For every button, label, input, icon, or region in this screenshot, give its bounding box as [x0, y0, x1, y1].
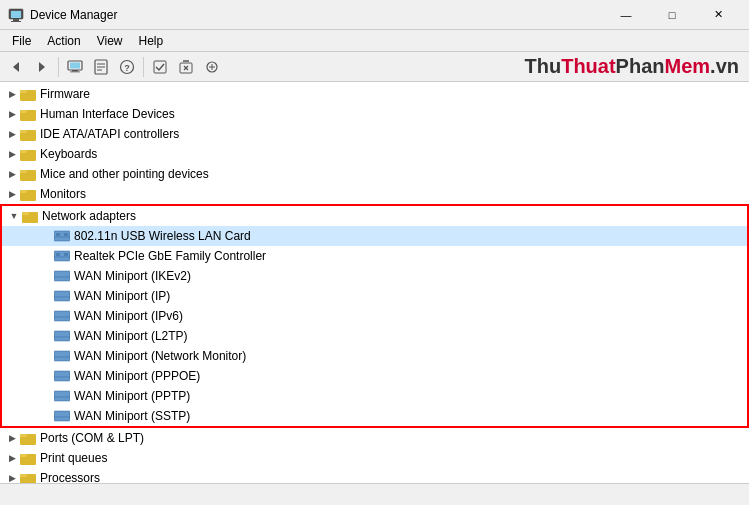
svg-rect-46 — [54, 271, 70, 281]
svg-rect-31 — [20, 150, 27, 153]
network-card-icon-realtek — [54, 248, 70, 264]
svg-rect-9 — [70, 71, 80, 72]
svg-rect-41 — [64, 233, 68, 236]
svg-rect-48 — [54, 291, 70, 301]
expand-mice[interactable]: ▶ — [4, 166, 20, 182]
window-title: Device Manager — [30, 8, 603, 22]
svg-rect-33 — [20, 170, 27, 173]
label-wan-ikev2: WAN Miniport (IKEv2) — [74, 269, 191, 283]
expand-ide[interactable]: ▶ — [4, 126, 20, 142]
expand-processors[interactable]: ▶ — [4, 470, 20, 483]
tree-item-print-queues[interactable]: ▶ Print queues — [0, 448, 749, 468]
expand-ports[interactable]: ▶ — [4, 430, 20, 446]
tree-item-hid[interactable]: ▶ Human Interface Devices — [0, 104, 749, 124]
folder-icon-processors — [20, 470, 36, 483]
menu-bar: File Action View Help — [0, 30, 749, 52]
tree-item-monitors[interactable]: ▶ Monitors — [0, 184, 749, 204]
update-driver-button[interactable] — [148, 55, 172, 79]
folder-icon-monitors — [20, 186, 36, 202]
title-bar: Device Manager — □ ✕ — [0, 0, 749, 30]
folder-icon-network-adapters — [22, 208, 38, 224]
svg-rect-16 — [154, 61, 166, 73]
expand-network-adapters[interactable]: ▼ — [6, 208, 22, 224]
label-print-queues: Print queues — [40, 451, 107, 465]
network-card-icon-wifi — [54, 228, 70, 244]
svg-rect-63 — [20, 434, 27, 437]
tree-item-wan-sstp[interactable]: WAN Miniport (SSTP) — [2, 406, 747, 426]
back-button[interactable] — [4, 55, 28, 79]
tree-item-wan-ip[interactable]: WAN Miniport (IP) — [2, 286, 747, 306]
svg-marker-5 — [39, 62, 45, 72]
help-button[interactable]: ? — [115, 55, 139, 79]
watermark: ThuThuatPhanMem.vn — [525, 55, 739, 78]
computer-button[interactable] — [63, 55, 87, 79]
main-content: ▶ Firmware ▶ Human Interface Devices ▶ I… — [0, 82, 749, 483]
folder-icon-keyboards — [20, 146, 36, 162]
label-mice: Mice and other pointing devices — [40, 167, 209, 181]
label-wan-l2tp: WAN Miniport (L2TP) — [74, 329, 188, 343]
tree-item-wan-pppoe[interactable]: WAN Miniport (PPPOE) — [2, 366, 747, 386]
svg-rect-25 — [20, 90, 27, 93]
tree-item-network-adapters[interactable]: ▼ Network adapters — [2, 206, 747, 226]
svg-text:?: ? — [124, 63, 130, 73]
svg-rect-40 — [56, 233, 60, 236]
minimize-button[interactable]: — — [603, 0, 649, 30]
label-firmware: Firmware — [40, 87, 90, 101]
folder-icon-ide — [20, 126, 36, 142]
forward-button[interactable] — [30, 55, 54, 79]
maximize-button[interactable]: □ — [649, 0, 695, 30]
tree-item-wan-ikev2[interactable]: WAN Miniport (IKEv2) — [2, 266, 747, 286]
svg-rect-65 — [20, 454, 27, 457]
menu-file[interactable]: File — [4, 32, 39, 50]
device-tree[interactable]: ▶ Firmware ▶ Human Interface Devices ▶ I… — [0, 82, 749, 483]
tree-item-wan-pptp[interactable]: WAN Miniport (PPTP) — [2, 386, 747, 406]
label-wan-ip: WAN Miniport (IP) — [74, 289, 170, 303]
folder-icon-firmware — [20, 86, 36, 102]
toolbar-separator-2 — [143, 57, 144, 77]
label-wifi: 802.11n USB Wireless LAN Card — [74, 229, 251, 243]
svg-rect-27 — [20, 110, 27, 113]
window-controls: — □ ✕ — [603, 0, 741, 30]
svg-rect-7 — [70, 62, 80, 68]
toolbar: ? ThuThuatPhanMem.vn — [0, 52, 749, 82]
network-card-icon-wan-nm — [54, 348, 70, 364]
close-button[interactable]: ✕ — [695, 0, 741, 30]
label-wan-ipv6: WAN Miniport (IPv6) — [74, 309, 183, 323]
tree-item-realtek[interactable]: Realtek PCIe GbE Family Controller — [2, 246, 747, 266]
tree-item-ports[interactable]: ▶ Ports (COM & LPT) — [0, 428, 749, 448]
tree-item-mice[interactable]: ▶ Mice and other pointing devices — [0, 164, 749, 184]
properties-button[interactable] — [89, 55, 113, 79]
expand-monitors[interactable]: ▶ — [4, 186, 20, 202]
tree-item-wifi[interactable]: 802.11n USB Wireless LAN Card — [2, 226, 747, 246]
label-wan-nm: WAN Miniport (Network Monitor) — [74, 349, 246, 363]
label-monitors: Monitors — [40, 187, 86, 201]
svg-rect-58 — [54, 391, 70, 401]
uninstall-button[interactable] — [174, 55, 198, 79]
svg-marker-4 — [13, 62, 19, 72]
scan-button[interactable] — [200, 55, 224, 79]
expand-print-queues[interactable]: ▶ — [4, 450, 20, 466]
svg-rect-60 — [54, 411, 70, 421]
network-card-icon-wan-pptp — [54, 388, 70, 404]
tree-item-processors[interactable]: ▶ Processors — [0, 468, 749, 483]
toolbar-separator-1 — [58, 57, 59, 77]
status-bar — [0, 483, 749, 505]
expand-firmware[interactable]: ▶ — [4, 86, 20, 102]
tree-item-wan-nm[interactable]: WAN Miniport (Network Monitor) — [2, 346, 747, 366]
tree-item-wan-l2tp[interactable]: WAN Miniport (L2TP) — [2, 326, 747, 346]
tree-item-wan-ipv6[interactable]: WAN Miniport (IPv6) — [2, 306, 747, 326]
svg-rect-3 — [11, 21, 21, 22]
label-hid: Human Interface Devices — [40, 107, 175, 121]
label-wan-pppoe: WAN Miniport (PPPOE) — [74, 369, 200, 383]
expand-keyboards[interactable]: ▶ — [4, 146, 20, 162]
menu-action[interactable]: Action — [39, 32, 88, 50]
expand-hid[interactable]: ▶ — [4, 106, 20, 122]
network-card-icon-wan-pppoe — [54, 368, 70, 384]
svg-rect-45 — [64, 253, 68, 256]
menu-help[interactable]: Help — [131, 32, 172, 50]
folder-icon-print-queues — [20, 450, 36, 466]
tree-item-ide[interactable]: ▶ IDE ATA/ATAPI controllers — [0, 124, 749, 144]
tree-item-firmware[interactable]: ▶ Firmware — [0, 84, 749, 104]
menu-view[interactable]: View — [89, 32, 131, 50]
tree-item-keyboards[interactable]: ▶ Keyboards — [0, 144, 749, 164]
